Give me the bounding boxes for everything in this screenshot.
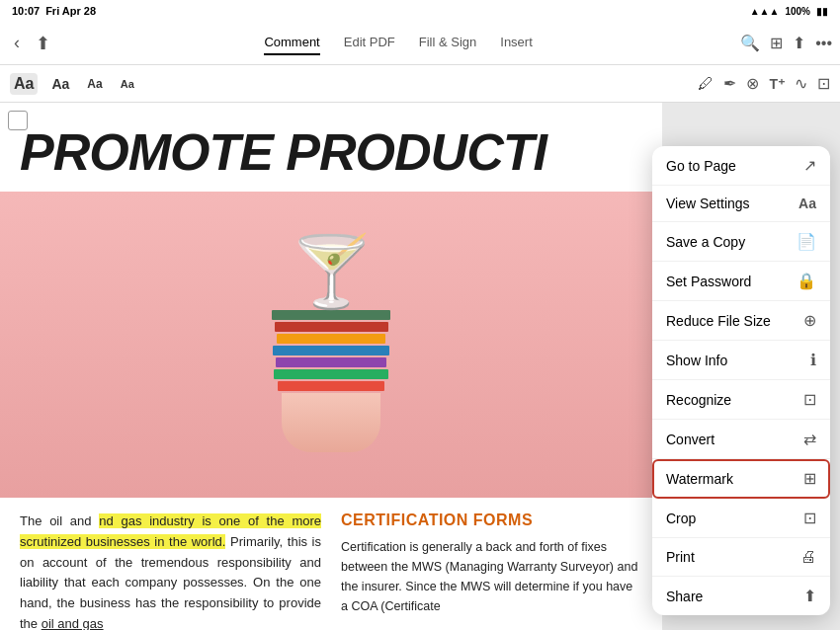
menu-label-view-settings: View Settings — [666, 196, 750, 211]
aa-large-button[interactable]: Aa — [10, 73, 38, 95]
nav-buttons: ‹ ⬆ — [8, 29, 56, 58]
pdf-body-text: The oil and nd gas industry is one of th… — [20, 512, 321, 630]
main-content: PROMOTE PRODUCTI 🍸 — [0, 103, 840, 630]
tab-insert[interactable]: Insert — [500, 31, 533, 55]
wifi-icon: ▲▲▲ — [750, 6, 780, 17]
menu-item-show-info[interactable]: Show Info ℹ — [652, 341, 830, 380]
reduce-icon: ⊕ — [803, 311, 816, 330]
signature-icon[interactable]: ∿ — [795, 74, 807, 93]
tab-fill-sign[interactable]: Fill & Sign — [419, 31, 477, 55]
menu-item-watermark[interactable]: Watermark ⊞ — [652, 459, 830, 499]
menu-item-set-password[interactable]: Set Password 🔒 — [652, 262, 830, 301]
more-button[interactable]: ••• — [815, 35, 832, 52]
pdf-title: PROMOTE PRODUCTI — [0, 103, 662, 192]
text-insert-icon[interactable]: T⁺ — [769, 76, 785, 92]
annotation-bar: Aa Aa Aa Aa 🖊 ✒ ⊗ T⁺ ∿ ⊡ — [0, 65, 840, 103]
menu-label-set-password: Set Password — [666, 274, 751, 289]
menu-label-recognize: Recognize — [666, 392, 731, 408]
highlighted-text: nd gas industry is one of the more scrut… — [20, 513, 321, 549]
menu-label-crop: Crop — [666, 511, 696, 526]
menu-label-convert: Convert — [666, 432, 714, 447]
menu-item-print[interactable]: Print 🖨 — [652, 538, 830, 577]
battery-percent: 100% — [785, 6, 810, 17]
goto-icon: ↗ — [803, 156, 816, 175]
menu-item-reduce-file-size[interactable]: Reduce File Size ⊕ — [652, 301, 830, 341]
pdf-columns: The oil and nd gas industry is one of th… — [0, 498, 662, 630]
dropdown-menu: Go to Page ↗ View Settings Aa Save a Cop… — [652, 146, 830, 615]
share-icon: ⬆ — [803, 587, 816, 605]
battery-icon: ▮▮ — [816, 6, 828, 17]
aa-small-button[interactable]: Aa — [83, 75, 106, 93]
toolbar-tabs: Comment Edit PDF Fill & Sign Insert — [62, 31, 734, 55]
watermark-icon: ⊞ — [803, 469, 816, 488]
menu-label-save-copy: Save a Copy — [666, 234, 745, 250]
back-button[interactable]: ‹ — [8, 29, 26, 57]
highlighter-icon[interactable]: 🖊 — [698, 75, 714, 93]
home-button[interactable]: ⬆ — [30, 29, 56, 58]
aa-medium-button[interactable]: Aa — [47, 74, 73, 94]
eraser-icon[interactable]: ⊗ — [746, 74, 759, 93]
menu-item-recognize[interactable]: Recognize ⊡ — [652, 380, 830, 420]
pdf-illustration: 🍸 — [272, 237, 390, 452]
menu-item-save-copy[interactable]: Save a Copy 📄 — [652, 222, 830, 262]
menu-label-print: Print — [666, 549, 695, 565]
crop-icon: ⊡ — [803, 509, 816, 527]
print-icon: 🖨 — [800, 548, 816, 566]
underlined-text: oil and gas — [42, 616, 104, 630]
menu-item-convert[interactable]: Convert ⇄ — [652, 420, 830, 459]
grid-button[interactable]: ⊞ — [770, 34, 783, 52]
toolbar: ‹ ⬆ Comment Edit PDF Fill & Sign Insert … — [0, 22, 840, 65]
stamp-icon[interactable]: ⊡ — [817, 74, 830, 93]
toolbar-actions: 🔍 ⊞ ⬆ ••• — [740, 34, 832, 52]
cert-text: Certification is generally a back and fo… — [341, 537, 642, 616]
save-copy-icon: 📄 — [797, 232, 816, 251]
share-button[interactable]: ⬆ — [793, 34, 805, 52]
menu-label-go-to-page: Go to Page — [666, 158, 736, 174]
status-bar: 10:07 Fri Apr 28 ▲▲▲ 100% ▮▮ — [0, 0, 840, 22]
cert-title: CERTIFICATION FORMS — [341, 512, 642, 529]
pdf-right-column: CERTIFICATION FORMS Certification is gen… — [341, 512, 642, 630]
selection-box[interactable] — [8, 111, 28, 130]
menu-label-share: Share — [666, 589, 703, 604]
recognize-icon: ⊡ — [803, 390, 816, 409]
pdf-page: PROMOTE PRODUCTI 🍸 — [0, 103, 662, 630]
status-day: Fri Apr 28 — [45, 5, 96, 17]
pdf-left-column: The oil and nd gas industry is one of th… — [20, 512, 321, 630]
menu-label-reduce-file-size: Reduce File Size — [666, 313, 771, 329]
menu-item-share[interactable]: Share ⬆ — [652, 577, 830, 615]
menu-item-go-to-page[interactable]: Go to Page ↗ — [652, 146, 830, 186]
info-icon: ℹ — [810, 351, 816, 369]
tab-edit-pdf[interactable]: Edit PDF — [344, 31, 395, 55]
search-button[interactable]: 🔍 — [740, 34, 760, 52]
status-time: 10:07 — [12, 5, 40, 17]
menu-item-crop[interactable]: Crop ⊡ — [652, 499, 830, 538]
tab-comment[interactable]: Comment — [264, 31, 319, 55]
password-icon: 🔒 — [797, 272, 816, 290]
pen-icon[interactable]: ✒ — [723, 74, 736, 93]
menu-item-view-settings[interactable]: View Settings Aa — [652, 186, 830, 222]
menu-label-show-info: Show Info — [666, 353, 727, 368]
view-settings-icon: Aa — [798, 196, 816, 211]
pdf-image-area: 🍸 — [0, 192, 662, 498]
aa-tiny-button[interactable]: Aa — [117, 76, 138, 92]
menu-label-watermark: Watermark — [666, 471, 733, 487]
convert-icon: ⇄ — [803, 430, 816, 448]
